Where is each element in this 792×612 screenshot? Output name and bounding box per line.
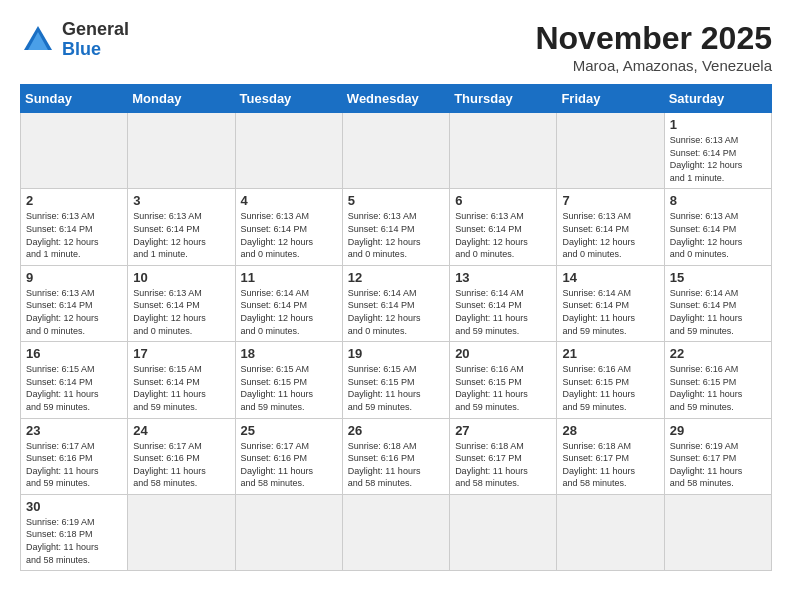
day-number: 26 [348, 423, 444, 438]
day-cell: 28Sunrise: 6:18 AM Sunset: 6:17 PM Dayli… [557, 418, 664, 494]
day-cell [664, 494, 771, 570]
day-number: 6 [455, 193, 551, 208]
day-cell [342, 494, 449, 570]
day-info: Sunrise: 6:13 AM Sunset: 6:14 PM Dayligh… [562, 210, 658, 260]
day-info: Sunrise: 6:18 AM Sunset: 6:17 PM Dayligh… [455, 440, 551, 490]
day-number: 28 [562, 423, 658, 438]
day-info: Sunrise: 6:14 AM Sunset: 6:14 PM Dayligh… [562, 287, 658, 337]
day-info: Sunrise: 6:13 AM Sunset: 6:14 PM Dayligh… [26, 210, 122, 260]
day-number: 22 [670, 346, 766, 361]
day-info: Sunrise: 6:17 AM Sunset: 6:16 PM Dayligh… [26, 440, 122, 490]
day-number: 27 [455, 423, 551, 438]
day-cell [557, 494, 664, 570]
day-cell: 10Sunrise: 6:13 AM Sunset: 6:14 PM Dayli… [128, 265, 235, 341]
day-cell: 29Sunrise: 6:19 AM Sunset: 6:17 PM Dayli… [664, 418, 771, 494]
day-number: 21 [562, 346, 658, 361]
day-info: Sunrise: 6:14 AM Sunset: 6:14 PM Dayligh… [241, 287, 337, 337]
day-cell [342, 113, 449, 189]
day-cell: 26Sunrise: 6:18 AM Sunset: 6:16 PM Dayli… [342, 418, 449, 494]
day-cell: 18Sunrise: 6:15 AM Sunset: 6:15 PM Dayli… [235, 342, 342, 418]
day-cell: 13Sunrise: 6:14 AM Sunset: 6:14 PM Dayli… [450, 265, 557, 341]
day-info: Sunrise: 6:16 AM Sunset: 6:15 PM Dayligh… [455, 363, 551, 413]
day-number: 7 [562, 193, 658, 208]
day-cell: 14Sunrise: 6:14 AM Sunset: 6:14 PM Dayli… [557, 265, 664, 341]
header: General Blue November 2025 Maroa, Amazon… [20, 20, 772, 74]
day-number: 8 [670, 193, 766, 208]
day-cell: 19Sunrise: 6:15 AM Sunset: 6:15 PM Dayli… [342, 342, 449, 418]
week-row-4: 16Sunrise: 6:15 AM Sunset: 6:14 PM Dayli… [21, 342, 772, 418]
month-title: November 2025 [535, 20, 772, 57]
day-cell: 6Sunrise: 6:13 AM Sunset: 6:14 PM Daylig… [450, 189, 557, 265]
week-row-3: 9Sunrise: 6:13 AM Sunset: 6:14 PM Daylig… [21, 265, 772, 341]
weekday-header-sunday: Sunday [21, 85, 128, 113]
day-number: 1 [670, 117, 766, 132]
weekday-header-saturday: Saturday [664, 85, 771, 113]
day-number: 2 [26, 193, 122, 208]
day-number: 20 [455, 346, 551, 361]
day-number: 18 [241, 346, 337, 361]
day-number: 17 [133, 346, 229, 361]
day-info: Sunrise: 6:14 AM Sunset: 6:14 PM Dayligh… [670, 287, 766, 337]
day-info: Sunrise: 6:19 AM Sunset: 6:18 PM Dayligh… [26, 516, 122, 566]
day-info: Sunrise: 6:15 AM Sunset: 6:14 PM Dayligh… [133, 363, 229, 413]
day-info: Sunrise: 6:19 AM Sunset: 6:17 PM Dayligh… [670, 440, 766, 490]
title-block: November 2025 Maroa, Amazonas, Venezuela [535, 20, 772, 74]
calendar: SundayMondayTuesdayWednesdayThursdayFrid… [20, 84, 772, 571]
day-info: Sunrise: 6:13 AM Sunset: 6:14 PM Dayligh… [670, 210, 766, 260]
day-number: 29 [670, 423, 766, 438]
day-number: 5 [348, 193, 444, 208]
day-number: 12 [348, 270, 444, 285]
weekday-header-tuesday: Tuesday [235, 85, 342, 113]
day-cell: 1Sunrise: 6:13 AM Sunset: 6:14 PM Daylig… [664, 113, 771, 189]
day-info: Sunrise: 6:15 AM Sunset: 6:15 PM Dayligh… [241, 363, 337, 413]
day-cell: 5Sunrise: 6:13 AM Sunset: 6:14 PM Daylig… [342, 189, 449, 265]
day-number: 25 [241, 423, 337, 438]
day-info: Sunrise: 6:13 AM Sunset: 6:14 PM Dayligh… [133, 210, 229, 260]
day-info: Sunrise: 6:13 AM Sunset: 6:14 PM Dayligh… [670, 134, 766, 184]
day-number: 13 [455, 270, 551, 285]
day-number: 30 [26, 499, 122, 514]
day-info: Sunrise: 6:18 AM Sunset: 6:16 PM Dayligh… [348, 440, 444, 490]
day-cell: 30Sunrise: 6:19 AM Sunset: 6:18 PM Dayli… [21, 494, 128, 570]
day-cell: 11Sunrise: 6:14 AM Sunset: 6:14 PM Dayli… [235, 265, 342, 341]
weekday-header-monday: Monday [128, 85, 235, 113]
day-info: Sunrise: 6:13 AM Sunset: 6:14 PM Dayligh… [348, 210, 444, 260]
logo-text: General Blue [62, 20, 129, 60]
day-number: 24 [133, 423, 229, 438]
week-row-1: 1Sunrise: 6:13 AM Sunset: 6:14 PM Daylig… [21, 113, 772, 189]
location-title: Maroa, Amazonas, Venezuela [535, 57, 772, 74]
day-number: 11 [241, 270, 337, 285]
day-cell: 27Sunrise: 6:18 AM Sunset: 6:17 PM Dayli… [450, 418, 557, 494]
logo-icon [20, 22, 56, 58]
day-cell: 15Sunrise: 6:14 AM Sunset: 6:14 PM Dayli… [664, 265, 771, 341]
day-cell [557, 113, 664, 189]
day-cell: 22Sunrise: 6:16 AM Sunset: 6:15 PM Dayli… [664, 342, 771, 418]
day-cell [128, 113, 235, 189]
day-cell: 4Sunrise: 6:13 AM Sunset: 6:14 PM Daylig… [235, 189, 342, 265]
day-number: 4 [241, 193, 337, 208]
day-info: Sunrise: 6:13 AM Sunset: 6:14 PM Dayligh… [241, 210, 337, 260]
day-info: Sunrise: 6:14 AM Sunset: 6:14 PM Dayligh… [348, 287, 444, 337]
day-number: 10 [133, 270, 229, 285]
logo: General Blue [20, 20, 129, 60]
day-cell [450, 113, 557, 189]
day-cell: 25Sunrise: 6:17 AM Sunset: 6:16 PM Dayli… [235, 418, 342, 494]
day-cell: 20Sunrise: 6:16 AM Sunset: 6:15 PM Dayli… [450, 342, 557, 418]
day-cell [235, 113, 342, 189]
day-cell: 2Sunrise: 6:13 AM Sunset: 6:14 PM Daylig… [21, 189, 128, 265]
day-number: 14 [562, 270, 658, 285]
day-info: Sunrise: 6:17 AM Sunset: 6:16 PM Dayligh… [133, 440, 229, 490]
day-cell: 17Sunrise: 6:15 AM Sunset: 6:14 PM Dayli… [128, 342, 235, 418]
day-number: 9 [26, 270, 122, 285]
week-row-2: 2Sunrise: 6:13 AM Sunset: 6:14 PM Daylig… [21, 189, 772, 265]
week-row-6: 30Sunrise: 6:19 AM Sunset: 6:18 PM Dayli… [21, 494, 772, 570]
day-cell [450, 494, 557, 570]
day-cell [128, 494, 235, 570]
day-number: 3 [133, 193, 229, 208]
day-cell: 21Sunrise: 6:16 AM Sunset: 6:15 PM Dayli… [557, 342, 664, 418]
day-info: Sunrise: 6:16 AM Sunset: 6:15 PM Dayligh… [670, 363, 766, 413]
day-info: Sunrise: 6:15 AM Sunset: 6:14 PM Dayligh… [26, 363, 122, 413]
day-cell [21, 113, 128, 189]
day-info: Sunrise: 6:13 AM Sunset: 6:14 PM Dayligh… [26, 287, 122, 337]
weekday-header-row: SundayMondayTuesdayWednesdayThursdayFrid… [21, 85, 772, 113]
